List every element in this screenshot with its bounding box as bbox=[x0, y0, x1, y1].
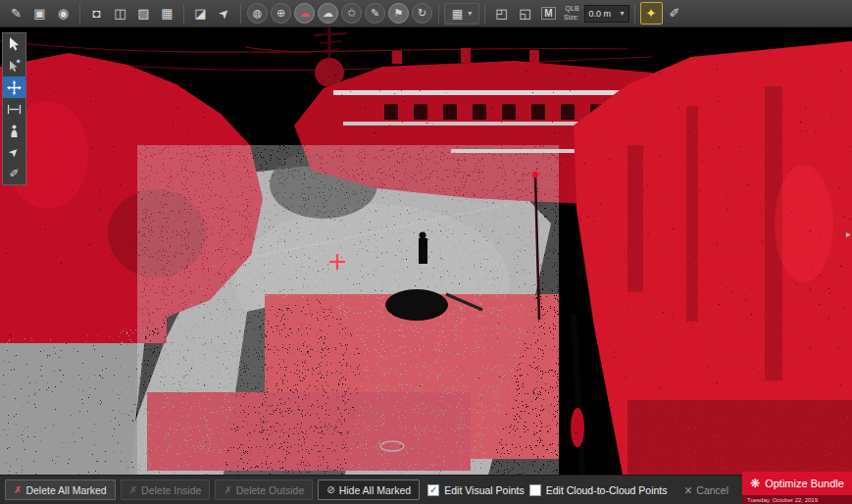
star-button[interactable]: ✩ bbox=[341, 3, 362, 24]
delete-outside-label: Delete Outside bbox=[236, 484, 304, 496]
mark-region-icon: ⊕ bbox=[276, 7, 285, 20]
edit-cloud-to-cloud-label: Edit Cloud-to-Cloud Points bbox=[546, 484, 668, 496]
mark-select-tool-button[interactable] bbox=[3, 55, 25, 76]
cloud-points-icon: ☁ bbox=[323, 7, 333, 20]
pan-move-icon bbox=[7, 80, 22, 95]
cloud-marked-button[interactable]: ☁ bbox=[294, 3, 315, 24]
edit-c2c-checkbox[interactable] bbox=[529, 484, 541, 496]
magic-wand-icon: ✦ bbox=[646, 6, 657, 21]
cancel-button[interactable]: ✕ Cancel bbox=[678, 483, 735, 497]
right-red-wall bbox=[574, 41, 852, 475]
pencil-button[interactable]: ✎ bbox=[365, 3, 385, 24]
bundle-icon: ❋ bbox=[750, 477, 760, 490]
pan-tool-button[interactable] bbox=[3, 76, 25, 98]
panel-expand-arrow[interactable]: ▸ bbox=[846, 228, 851, 239]
zoom-region-button[interactable]: ◉ bbox=[52, 2, 75, 25]
delete-inside-label: Delete Inside bbox=[141, 484, 201, 496]
bounding-box-edit-icon: ◱ bbox=[519, 6, 530, 21]
zoom-region-icon: ◉ bbox=[58, 6, 69, 21]
status-date: Tuesday, October 22, 2019 bbox=[742, 495, 852, 504]
split-view-icon: ◫ bbox=[114, 6, 125, 21]
toolbar-separator bbox=[79, 4, 80, 24]
person-view-button[interactable] bbox=[3, 120, 25, 141]
qlb-label-line2: Size: bbox=[564, 14, 579, 22]
location-pin-icon: ⚑ bbox=[394, 7, 404, 20]
tool-dropdown-icon: ▦ bbox=[452, 7, 463, 21]
cursor-arrow-icon bbox=[8, 37, 21, 51]
image-view-button[interactable]: ▨ bbox=[132, 2, 155, 25]
measure-distance-icon bbox=[7, 104, 22, 115]
navigate-tool-button[interactable]: ➤ bbox=[3, 141, 25, 163]
sphere-icon: ◍ bbox=[253, 7, 263, 20]
bounding-box-button[interactable]: ◰ bbox=[490, 2, 513, 25]
cloud-points-button[interactable]: ☁ bbox=[318, 3, 338, 24]
annotate-icon: ✎ bbox=[11, 6, 22, 21]
delete-icon: ✗ bbox=[224, 484, 231, 495]
point-cloud-app-window: ✎ ▣ ◉ ◘ ◫ ▨ ▦ ◪ ➤ ◍ ⊕ ☁ ☁ ✩ ✎ ⚑ ↻ ▦ ▾ ◰ … bbox=[0, 0, 852, 504]
point-cloud-viewport[interactable] bbox=[0, 27, 852, 475]
probe-button[interactable]: ✐ bbox=[664, 2, 686, 25]
qlb-label-line1: QLB bbox=[566, 5, 579, 13]
delete-inside-button[interactable]: ✗ Delete Inside bbox=[121, 479, 211, 500]
edit-cloud-to-cloud-option[interactable]: Edit Cloud-to-Cloud Points bbox=[529, 484, 668, 496]
delete-icon: ✗ bbox=[129, 484, 137, 495]
star-icon: ✩ bbox=[347, 7, 356, 20]
toolbar-separator bbox=[183, 4, 184, 24]
image-view-icon: ▨ bbox=[137, 6, 149, 21]
sphere-button[interactable]: ◍ bbox=[247, 3, 268, 24]
bounding-box-m-icon: M bbox=[541, 7, 555, 20]
pencil-icon: ✎ bbox=[371, 7, 379, 20]
toolbar-separator bbox=[634, 4, 635, 24]
qlb-size-dropdown[interactable]: 0.0 m ▾ bbox=[584, 5, 629, 23]
hide-all-marked-button[interactable]: ⊘ Hide All Marked bbox=[318, 479, 420, 500]
toolbar-separator bbox=[438, 4, 439, 24]
qlb-size-label: QLB Size: bbox=[564, 5, 579, 22]
bounding-box-edit-button[interactable]: ◱ bbox=[514, 2, 536, 25]
white-dust bbox=[137, 145, 559, 475]
person-view-icon bbox=[9, 125, 20, 137]
delete-icon: ✗ bbox=[14, 484, 22, 495]
chevron-down-icon: ▾ bbox=[621, 9, 625, 18]
bottom-action-bar: ✗ Delete All Marked ✗ Delete Inside ✗ De… bbox=[0, 475, 852, 504]
toolbar-separator bbox=[240, 4, 241, 24]
toolbar-separator bbox=[484, 4, 485, 24]
split-view-button[interactable]: ◫ bbox=[109, 2, 131, 25]
point-cloud-canvas bbox=[0, 27, 852, 475]
brush-icon: ✐ bbox=[9, 167, 19, 180]
optimize-wand-button[interactable]: ✦ bbox=[640, 2, 663, 25]
grid-view-button[interactable]: ▦ bbox=[156, 2, 178, 25]
display-button[interactable]: ▣ bbox=[28, 2, 51, 25]
optimize-bundle-button[interactable]: ❋ Optimize Bundle bbox=[742, 472, 852, 495]
cursor-mark-icon bbox=[8, 59, 21, 73]
delete-all-marked-label: Delete All Marked bbox=[25, 484, 106, 496]
left-tool-palette: ➤ ✐ bbox=[2, 32, 26, 185]
edit-visual-points-label: Edit Visual Points bbox=[444, 484, 525, 496]
delete-all-marked-button[interactable]: ✗ Delete All Marked bbox=[5, 479, 116, 500]
grid-view-icon: ▦ bbox=[161, 6, 173, 21]
eraser-button[interactable]: ◪ bbox=[189, 2, 212, 25]
measure-tool-button[interactable] bbox=[3, 98, 25, 120]
brush-tool-button[interactable]: ✐ bbox=[3, 163, 25, 184]
tool-options-dropdown[interactable]: ▦ ▾ bbox=[444, 3, 479, 25]
select-tool-button[interactable] bbox=[3, 33, 25, 55]
mark-region-button[interactable]: ⊕ bbox=[271, 3, 291, 24]
edit-visual-points-option[interactable]: ✓ Edit Visual Points bbox=[427, 484, 525, 496]
camera-icon: ◘ bbox=[93, 6, 101, 21]
eraser-icon: ◪ bbox=[194, 6, 206, 21]
annotate-button[interactable]: ✎ bbox=[5, 2, 27, 25]
bounding-box-icon: ◰ bbox=[495, 6, 507, 21]
cursor-select-button[interactable]: ➤ bbox=[213, 2, 235, 25]
edit-visual-checkbox[interactable]: ✓ bbox=[427, 484, 439, 496]
cancel-icon: ✕ bbox=[684, 484, 693, 496]
bounding-box-m-button[interactable]: M bbox=[537, 2, 560, 25]
hide-icon: ⊘ bbox=[326, 484, 334, 495]
location-pin-button[interactable]: ⚑ bbox=[388, 3, 409, 24]
optimize-bundle-panel: ❋ Optimize Bundle Tuesday, October 22, 2… bbox=[742, 472, 852, 504]
cursor-select-icon: ➤ bbox=[215, 4, 232, 22]
orbit-view-button[interactable]: ↻ bbox=[412, 3, 432, 24]
display-icon: ▣ bbox=[33, 6, 45, 21]
check-icon: ✓ bbox=[429, 485, 437, 495]
chevron-down-icon: ▾ bbox=[468, 9, 472, 18]
delete-outside-button[interactable]: ✗ Delete Outside bbox=[215, 479, 313, 500]
camera-button[interactable]: ◘ bbox=[85, 2, 108, 25]
